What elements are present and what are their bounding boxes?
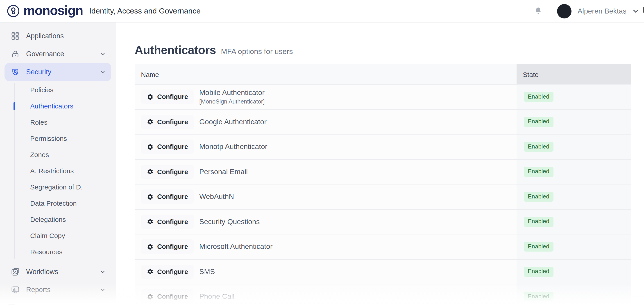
sidebar-item-label: Reports [26, 286, 51, 294]
configure-button[interactable]: Configure [141, 115, 194, 129]
gear-icon [147, 294, 154, 300]
name-cell: Configure Security Questions [135, 210, 516, 234]
name-cell: Configure Monotp Authenticator [135, 135, 516, 159]
chevron-down-icon [100, 69, 106, 75]
shield-user-icon [11, 67, 20, 76]
status-badge: Enabled [524, 92, 553, 102]
user-menu-chevron-down-icon[interactable] [632, 7, 640, 15]
state-cell: Enabled [516, 235, 632, 259]
brand-wordmark: monosign [24, 4, 83, 18]
subitem-label: Segregation of D. [30, 183, 83, 191]
authenticator-name-text: Security Questions [199, 217, 260, 226]
authenticator-name: Phone Call [199, 292, 235, 301]
table-row: Configure Monotp Authenticator Enabled [135, 134, 632, 159]
main-content: Authenticators MFA options for users Nam… [116, 22, 644, 306]
configure-button[interactable]: Configure [141, 165, 194, 179]
table-header-row: Name State [135, 64, 632, 84]
chevron-down-icon [100, 287, 106, 293]
state-cell: Enabled [516, 85, 632, 109]
authenticator-name-text: Microsoft Authenticator [199, 242, 273, 251]
gear-icon [147, 94, 154, 100]
configure-button-label: Configure [157, 143, 188, 151]
sidebar: Applications Governance [0, 22, 116, 306]
subitem-label: Policies [30, 86, 53, 94]
configure-button[interactable]: Configure [141, 140, 194, 154]
configure-button-label: Configure [157, 168, 188, 176]
state-cell: Enabled [516, 185, 632, 209]
configure-button-label: Configure [157, 243, 188, 251]
table-row: Configure Google Authenticator Enabled [135, 109, 632, 134]
name-cell: Configure Mobile Authenticator [MonoSign… [135, 85, 516, 109]
sidebar-subitem-data-protection[interactable]: Data Protection [0, 195, 116, 212]
subitem-label: Roles [30, 118, 48, 126]
app-grid-icon [11, 31, 20, 40]
configure-button-label: Configure [157, 93, 188, 101]
state-cell: Enabled [516, 260, 632, 284]
sidebar-item-governance[interactable]: Governance [4, 45, 111, 63]
authenticator-subname: [MonoSign Authenticator] [199, 98, 265, 105]
sidebar-subitem-a-restrictions[interactable]: A. Restrictions [0, 163, 116, 179]
column-header-name: Name [135, 64, 516, 84]
configure-button[interactable]: Configure [141, 190, 194, 204]
sidebar-subitem-authenticators[interactable]: Authenticators [0, 98, 116, 114]
authenticator-name: Mobile Authenticator [MonoSign Authentic… [199, 88, 265, 105]
authenticator-name-text: Google Authenticator [199, 117, 266, 126]
scrollbar-thumb[interactable] [643, 7, 644, 12]
configure-button[interactable]: Configure [141, 215, 194, 229]
configure-button[interactable]: Configure [141, 265, 194, 279]
configure-button[interactable]: Configure [141, 240, 194, 254]
name-cell: Configure Google Authenticator [135, 110, 516, 134]
brand-logo[interactable]: monosign [7, 4, 83, 18]
sidebar-subitem-segregation-of-d[interactable]: Segregation of D. [0, 179, 116, 195]
authenticator-name: SMS [199, 267, 215, 276]
authenticator-name: WebAuthN [199, 192, 234, 201]
authenticator-name-text: WebAuthN [199, 192, 234, 201]
authenticator-name-text: Monotp Authenticator [199, 142, 267, 151]
sidebar-subitem-resources[interactable]: Resources [0, 244, 116, 260]
sidebar-item-security[interactable]: Security [4, 63, 111, 81]
user-name[interactable]: Alperen Bektaş [578, 7, 626, 15]
clipped-sidebar-item-icon [7, 303, 16, 306]
topbar-right: Alperen Bektaş [534, 4, 640, 18]
sidebar-subitem-delegations[interactable]: Delegations [0, 212, 116, 228]
sidebar-subitem-permissions[interactable]: Permissions [0, 130, 116, 147]
authenticator-name: Security Questions [199, 217, 260, 226]
sidebar-subitem-claim-copy[interactable]: Claim Copy [0, 228, 116, 244]
gear-icon [147, 119, 154, 125]
user-avatar[interactable] [557, 4, 572, 18]
status-badge: Enabled [524, 142, 553, 152]
sidebar-item-workflows[interactable]: Workflows [4, 263, 111, 281]
authenticator-name-text: Personal Email [199, 167, 248, 176]
configure-button[interactable]: Configure [141, 290, 194, 304]
configure-button-label: Configure [157, 268, 188, 275]
configure-button-label: Configure [157, 293, 188, 300]
sidebar-subitem-roles[interactable]: Roles [0, 114, 116, 130]
sidebar-item-reports[interactable]: Reports [4, 281, 111, 299]
sidebar-item-label: Applications [26, 32, 64, 40]
table-row: Configure WebAuthN Enabled [135, 184, 632, 209]
sidebar-item-applications[interactable]: Applications [4, 27, 111, 45]
gear-icon [147, 244, 154, 250]
status-badge: Enabled [524, 242, 553, 252]
topbar: monosign Identity, Access and Governance… [0, 0, 644, 22]
configure-button-label: Configure [157, 118, 188, 126]
authenticator-name: Microsoft Authenticator [199, 242, 273, 251]
configure-button[interactable]: Configure [141, 90, 194, 104]
page-title: Authenticators [135, 43, 216, 57]
sidebar-item-label: Security [26, 68, 51, 76]
notifications-bell-icon[interactable] [534, 6, 543, 16]
status-badge: Enabled [524, 292, 553, 302]
chevron-down-icon [100, 51, 106, 57]
security-submenu: Policies Authenticators Roles Permission… [0, 82, 116, 260]
table-row: Configure Personal Email Enabled [135, 159, 632, 184]
sidebar-subitem-policies[interactable]: Policies [0, 82, 116, 98]
active-marker [14, 102, 15, 110]
authenticator-name-text: Phone Call [199, 292, 235, 301]
subitem-label: Data Protection [30, 199, 77, 207]
lock-icon [11, 49, 20, 58]
sidebar-subitem-zones[interactable]: Zones [0, 147, 116, 163]
state-cell: Enabled [516, 210, 632, 234]
column-header-state: State [516, 64, 632, 84]
gear-icon [147, 169, 154, 175]
status-badge: Enabled [524, 217, 553, 227]
